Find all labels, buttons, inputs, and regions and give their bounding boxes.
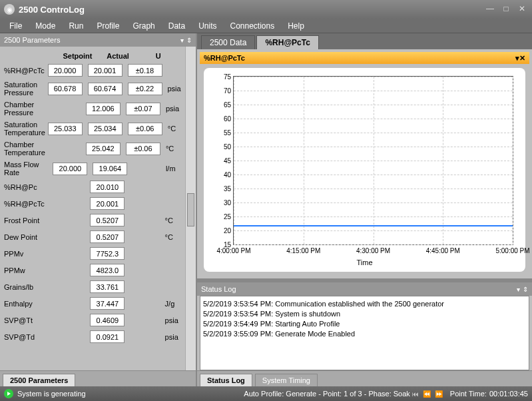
ytick: 60 <box>218 115 234 123</box>
nav-next-icon[interactable]: ⏩ <box>435 390 443 398</box>
param-actual-input[interactable] <box>90 330 125 343</box>
xtick: 4:00:00 PM <box>216 244 250 254</box>
ytick: 25 <box>218 213 234 220</box>
ytick: 45 <box>218 157 234 165</box>
param-unit: psia <box>168 85 182 93</box>
play-icon[interactable] <box>4 389 13 398</box>
log-menu-icon[interactable]: ▾ <box>517 286 520 293</box>
parameters-pane: 2500 Parameters ▾ ⇕ Setpoint Actual U %R… <box>0 33 197 386</box>
param-unit: °C <box>165 233 181 241</box>
menu-connections[interactable]: Connections <box>223 20 281 32</box>
param-unit: °C <box>165 216 181 224</box>
param-row: %RH@Pc <box>4 181 181 193</box>
param-setpoint-input[interactable] <box>48 123 83 135</box>
tab-2500-parameters[interactable]: 2500 Parameters <box>3 374 75 386</box>
param-setpoint-input[interactable] <box>48 64 83 77</box>
param-actual-input[interactable] <box>90 297 125 310</box>
param-actual-input[interactable] <box>86 103 121 115</box>
menu-file[interactable]: File <box>3 20 29 32</box>
menu-mode[interactable]: Mode <box>29 20 62 32</box>
chart-series-line <box>234 225 513 226</box>
chart-plot[interactable]: 152025303540455055606570754:00:00 PM4:15… <box>233 76 513 245</box>
param-row: Chamber Pressurepsia <box>4 101 181 117</box>
col-u: U <box>140 52 176 60</box>
nav-first-icon[interactable]: ⏮ <box>412 390 419 398</box>
xtick: 4:30:00 PM <box>356 244 390 254</box>
menu-graph[interactable]: Graph <box>126 20 161 32</box>
log-tabs: Status LogSystem Timing <box>197 370 532 386</box>
col-actual: Actual <box>101 52 136 60</box>
param-actual-input[interactable] <box>90 197 125 210</box>
param-label: %RH@PcTc <box>4 200 55 208</box>
menu-data[interactable]: Data <box>162 20 192 32</box>
status-log-body[interactable]: 5/2/2019 3:53:54 PM: Communication estab… <box>200 296 529 370</box>
param-actual-input[interactable] <box>90 214 125 226</box>
param-row: %RH@PcTc <box>4 64 181 77</box>
param-row: EnthalpyJ/g <box>4 297 181 310</box>
ytick: 35 <box>218 185 234 193</box>
profile-status: Auto Profile: Generate - Point: 1 of 3 -… <box>244 390 409 398</box>
param-unit: l/m <box>166 165 181 173</box>
param-u-input[interactable] <box>126 103 160 115</box>
param-row: Grains/lb <box>4 280 181 293</box>
param-u-input[interactable] <box>128 83 162 95</box>
param-actual-input[interactable] <box>90 230 125 243</box>
nav-prev-icon[interactable]: ⏪ <box>423 390 431 398</box>
title-bar: ◉ 2500 ControLog — □ ✕ <box>0 0 532 19</box>
menu-units[interactable]: Units <box>192 20 223 32</box>
scroll-thumb[interactable] <box>187 193 194 226</box>
param-actual-input[interactable] <box>88 123 123 135</box>
param-label: SVP@Td <box>4 333 55 341</box>
close-button[interactable]: ✕ <box>516 5 528 14</box>
tab-status-log[interactable]: Status Log <box>200 374 252 386</box>
param-actual-input[interactable] <box>90 280 125 293</box>
ytick: 30 <box>218 199 234 206</box>
param-actual-input[interactable] <box>88 83 123 95</box>
xtick: 5:00:00 PM <box>495 244 529 254</box>
xtick: 4:45:00 PM <box>426 244 460 254</box>
log-pin-icon[interactable]: ⇕ <box>523 286 528 293</box>
param-label: PPMw <box>4 266 55 274</box>
param-setpoint-input[interactable] <box>53 163 87 175</box>
log-entry: 5/2/2019 3:53:54 PM: Communication estab… <box>203 299 526 309</box>
param-actual-input[interactable] <box>90 264 125 276</box>
menu-help[interactable]: Help <box>281 20 311 32</box>
chart-tabs: 2500 Data %RH@PcTc <box>197 33 532 49</box>
params-scrollbar[interactable] <box>185 47 196 370</box>
minimize-button[interactable]: — <box>484 5 496 14</box>
param-actual-input[interactable] <box>93 163 127 175</box>
param-u-input[interactable] <box>126 143 160 155</box>
param-label: Enthalpy <box>4 300 55 308</box>
menu-profile[interactable]: Profile <box>90 20 126 32</box>
status-log-pane: Status Log ▾ ⇕ 5/2/2019 3:53:54 PM: Comm… <box>197 282 532 386</box>
log-entry: 5/2/2019 3:55:09 PM: Generate Mode Enabl… <box>203 329 526 339</box>
param-setpoint-input[interactable] <box>48 83 83 95</box>
param-u-input[interactable] <box>128 123 162 135</box>
menu-run[interactable]: Run <box>62 20 90 32</box>
chart-close-icon[interactable]: ✕ <box>519 54 525 63</box>
param-row: SVP@Ttpsia <box>4 314 181 326</box>
param-row: Frost Point°C <box>4 214 181 226</box>
pin-icon[interactable]: ⇕ <box>186 37 192 44</box>
param-column-headers: Setpoint Actual U <box>4 49 181 64</box>
param-actual-input[interactable] <box>88 64 123 77</box>
param-u-input[interactable] <box>128 64 162 77</box>
window-title: 2500 ControLog <box>19 5 484 15</box>
xtick: 4:15:00 PM <box>286 244 320 254</box>
parameters-header: 2500 Parameters ▾ ⇕ <box>0 33 196 47</box>
log-entry: 5/2/2019 3:53:54 PM: System is shutdown <box>203 309 526 319</box>
panel-menu-icon[interactable]: ▾ <box>180 37 184 44</box>
param-actual-input[interactable] <box>90 181 125 193</box>
tab-rh-chart[interactable]: %RH@PcTc <box>256 35 319 49</box>
param-actual-input[interactable] <box>90 314 125 326</box>
param-unit: °C <box>166 145 181 153</box>
param-actual-input[interactable] <box>86 143 121 155</box>
tab-2500-data[interactable]: 2500 Data <box>201 35 255 49</box>
param-label: Chamber Temperature <box>4 141 53 157</box>
param-actual-input[interactable] <box>90 247 125 260</box>
log-entry: 5/2/2019 3:54:49 PM: Starting Auto Profi… <box>203 319 526 329</box>
status-bar: System is generating Auto Profile: Gener… <box>0 386 532 401</box>
maximize-button[interactable]: □ <box>500 5 512 14</box>
param-label: PPMv <box>4 250 55 258</box>
tab-system-timing[interactable]: System Timing <box>255 374 318 386</box>
